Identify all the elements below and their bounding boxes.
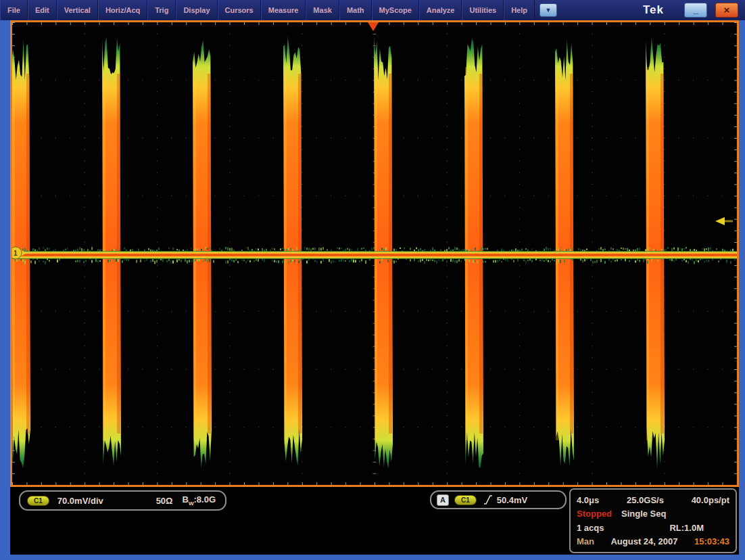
- acq-count: 1 acqs: [577, 523, 604, 533]
- menu-item-horiz-acq[interactable]: Horiz/Acq: [98, 0, 147, 20]
- channel-impedance: 50Ω: [156, 496, 173, 506]
- trigger-channel-badge: C1: [454, 495, 477, 505]
- waveform-svg: 1: [12, 22, 737, 485]
- trigger-level: 50.4mV: [497, 495, 528, 505]
- menu-item-display[interactable]: Display: [176, 0, 217, 20]
- menu-item-help[interactable]: Help: [504, 0, 535, 20]
- trigger-mode: Man: [577, 536, 594, 546]
- waveform-display[interactable]: 1: [10, 20, 739, 487]
- menu-item-mask[interactable]: Mask: [306, 0, 339, 20]
- record-length: RL:1.0M: [669, 523, 704, 533]
- rising-edge-icon: [483, 494, 493, 505]
- menu-item-edit[interactable]: Edit: [28, 0, 57, 20]
- date: August 24, 2007: [610, 536, 677, 546]
- acq-row-status: Stopped Single Seq: [577, 509, 729, 519]
- acq-row-horizontal: 4.0μs 25.0GS/s 40.0ps/pt: [577, 495, 729, 505]
- acq-row-count: 1 acqs RL:1.0M: [577, 523, 729, 533]
- sample-rate: 25.0GS/s: [627, 495, 664, 505]
- menu-item-math[interactable]: Math: [339, 0, 372, 20]
- menu-bar: FileEditVerticalHoriz/AcqTrigDisplayCurs…: [0, 0, 745, 20]
- status-bar: C1 70.0mV/div 50Ω BW:8.0G A C1 50.4mV 4.…: [10, 487, 739, 555]
- acq-mode: Single Seq: [621, 509, 666, 519]
- trigger-readout[interactable]: A C1 50.4mV: [430, 490, 567, 509]
- minimize-button[interactable]: _: [684, 3, 707, 18]
- channel-bandwidth: BW:8.0G: [183, 494, 216, 507]
- tek-logo: Tek: [643, 3, 664, 17]
- acq-row-datetime: Man August 24, 2007 15:03:43: [577, 536, 729, 546]
- menu-item-file[interactable]: File: [0, 0, 28, 20]
- menu-item-analyze[interactable]: Analyze: [419, 0, 462, 20]
- trigger-source-badge: A: [437, 494, 449, 506]
- timebase: 4.0μs: [577, 495, 599, 505]
- menu-item-vertical[interactable]: Vertical: [57, 0, 98, 20]
- close-button[interactable]: ×: [715, 3, 738, 18]
- trigger-position-marker[interactable]: [368, 22, 379, 31]
- menu-item-myscope[interactable]: MyScope: [372, 0, 419, 20]
- svg-text:1: 1: [14, 250, 18, 257]
- menu-dropdown-button[interactable]: ▼: [539, 3, 557, 17]
- menu-item-cursors[interactable]: Cursors: [218, 0, 261, 20]
- channel-readout[interactable]: C1 70.0mV/div 50Ω BW:8.0G: [19, 490, 226, 511]
- menu-items: FileEditVerticalHoriz/AcqTrigDisplayCurs…: [0, 0, 535, 20]
- menu-item-measure[interactable]: Measure: [261, 0, 306, 20]
- chevron-down-icon: ▼: [546, 7, 552, 14]
- channel-scale: 70.0mV/div: [57, 496, 103, 506]
- resolution: 40.0ps/pt: [692, 495, 729, 505]
- channel-badge[interactable]: C1: [27, 496, 49, 506]
- menu-item-trig[interactable]: Trig: [147, 0, 176, 20]
- oscilloscope-window: FileEditVerticalHoriz/AcqTrigDisplayCurs…: [0, 0, 745, 560]
- acq-status: Stopped: [577, 509, 612, 519]
- time: 15:03:43: [694, 536, 729, 546]
- trigger-level-marker[interactable]: [715, 217, 733, 225]
- menu-item-utilities[interactable]: Utilities: [462, 0, 504, 20]
- acquisition-panel[interactable]: 4.0μs 25.0GS/s 40.0ps/pt Stopped Single …: [569, 488, 737, 553]
